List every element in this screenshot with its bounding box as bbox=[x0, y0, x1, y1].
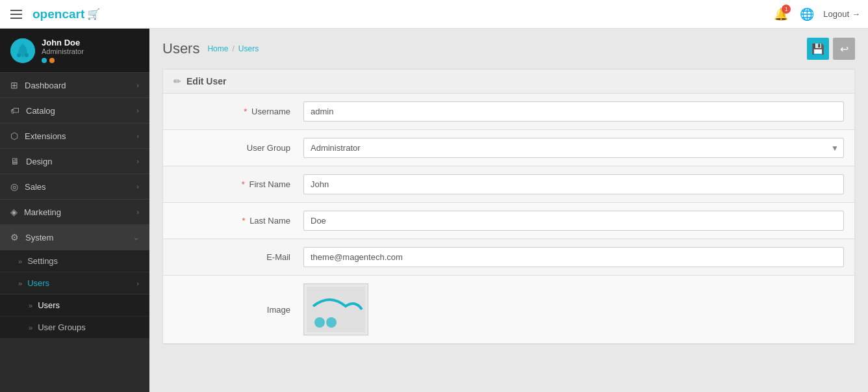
chevron-icon: › bbox=[136, 157, 139, 165]
chevron-icon: › bbox=[136, 183, 139, 190]
language-button[interactable]: 🌐 bbox=[797, 5, 817, 24]
sidebar-item-label: Catalog bbox=[26, 106, 55, 116]
logout-icon: → bbox=[852, 9, 860, 19]
sidebar-item-user-groups[interactable]: » User Groups bbox=[0, 317, 149, 339]
sidebar-item-extensions[interactable]: ⬡ Extensions › bbox=[0, 124, 149, 149]
sidebar-item-dashboard[interactable]: ⊞ Dashboard › bbox=[0, 73, 149, 98]
sidebar-item-label: Design bbox=[26, 157, 52, 166]
chevron-icon: › bbox=[136, 208, 139, 216]
sidebar-item-sales[interactable]: ◎ Sales › bbox=[0, 174, 149, 200]
back-icon: ↩ bbox=[840, 43, 849, 55]
breadcrumb: Home / Users bbox=[207, 44, 259, 53]
sidebar-item-design[interactable]: 🖥 Design › bbox=[0, 149, 149, 174]
nav-item-left: ⊞ Dashboard bbox=[10, 80, 66, 90]
required-star: * bbox=[242, 216, 245, 226]
usergroup-row: User Group Administrator ▼ bbox=[163, 130, 854, 166]
hamburger-icon bbox=[10, 10, 22, 19]
sidebar-item-label: Settings bbox=[27, 256, 58, 266]
main-layout: John Doe Administrator ⊞ Dashboard › 🏷 C… bbox=[0, 29, 868, 392]
pencil-icon: ✏ bbox=[173, 76, 181, 86]
sidebar-item-label: Sales bbox=[25, 182, 46, 192]
dot-1 bbox=[42, 58, 47, 63]
usergroup-select[interactable]: Administrator bbox=[303, 138, 844, 158]
username-input[interactable] bbox=[303, 101, 844, 122]
arrow-icon: » bbox=[29, 302, 32, 309]
email-input[interactable] bbox=[303, 247, 844, 267]
users-submenu: » Users » User Groups bbox=[0, 294, 149, 339]
chevron-down-icon: ⌄ bbox=[133, 233, 139, 242]
extensions-icon: ⬡ bbox=[10, 131, 18, 141]
content-header: Users Home / Users 💾 ↩ bbox=[149, 29, 868, 69]
avatar bbox=[10, 38, 35, 63]
back-button[interactable]: ↩ bbox=[833, 38, 855, 60]
chevron-icon: › bbox=[136, 132, 139, 140]
firstname-row: * First Name bbox=[163, 166, 854, 203]
username-row: * Username bbox=[163, 94, 854, 130]
svg-point-5 bbox=[326, 317, 337, 328]
nav-item-left: ◎ Sales bbox=[10, 181, 46, 192]
system-submenu: » Settings » Users › » Users » User Grou… bbox=[0, 250, 149, 339]
required-star: * bbox=[242, 179, 245, 189]
sidebar-item-label: Marketing bbox=[24, 207, 61, 217]
sidebar-item-settings[interactable]: » Settings bbox=[0, 250, 149, 272]
hamburger-button[interactable] bbox=[8, 7, 25, 21]
nav-item-left: ⬡ Extensions bbox=[10, 131, 66, 141]
arrow-icon: » bbox=[29, 324, 32, 332]
breadcrumb-home[interactable]: Home bbox=[207, 44, 228, 53]
navbar: opencart 🛒 🔔 1 🌐 Logout → bbox=[0, 0, 868, 29]
save-button[interactable]: 💾 bbox=[807, 38, 829, 60]
lastname-row: * Last Name bbox=[163, 203, 854, 239]
sidebar-item-label: User Groups bbox=[38, 322, 86, 332]
logout-label: Logout bbox=[823, 9, 849, 19]
lastname-input[interactable] bbox=[303, 211, 844, 231]
chevron-icon: › bbox=[136, 81, 139, 89]
sidebar-item-label: System bbox=[25, 233, 53, 242]
email-label: E-Mail bbox=[173, 252, 303, 262]
image-row: Image bbox=[163, 276, 854, 344]
svg-point-1 bbox=[17, 53, 21, 57]
sidebar-item-label: Users bbox=[27, 278, 49, 288]
firstname-label: * First Name bbox=[173, 179, 303, 189]
globe-icon: 🌐 bbox=[800, 8, 814, 21]
sidebar-profile: John Doe Administrator bbox=[0, 29, 149, 73]
usergroup-select-wrapper: Administrator ▼ bbox=[303, 138, 844, 158]
nav-item-left: 🏷 Catalog bbox=[10, 105, 55, 116]
nav-item-left: ◈ Marketing bbox=[10, 207, 61, 217]
notification-button[interactable]: 🔔 1 bbox=[771, 5, 791, 24]
sidebar-item-users-sub[interactable]: » Users bbox=[0, 294, 149, 317]
sidebar-item-users[interactable]: » Users › bbox=[0, 272, 149, 294]
sidebar-item-catalog[interactable]: 🏷 Catalog › bbox=[0, 98, 149, 124]
image-label: Image bbox=[173, 305, 303, 315]
arrow-icon: » bbox=[18, 280, 22, 287]
usergroup-label: User Group bbox=[173, 143, 303, 153]
image-preview[interactable] bbox=[303, 283, 368, 335]
navbar-right: 🔔 1 🌐 Logout → bbox=[771, 5, 860, 24]
profile-info: John Doe Administrator bbox=[42, 38, 139, 63]
sidebar-item-marketing[interactable]: ◈ Marketing › bbox=[0, 200, 149, 225]
chevron-icon: › bbox=[136, 107, 139, 114]
sidebar-item-label: Extensions bbox=[25, 131, 66, 141]
marketing-icon: ◈ bbox=[10, 207, 18, 217]
edit-user-form: ✏ Edit User * Username User Group Admini… bbox=[162, 69, 855, 345]
form-header: ✏ Edit User bbox=[163, 70, 854, 94]
save-icon: 💾 bbox=[811, 43, 824, 55]
firstname-input[interactable] bbox=[303, 174, 844, 194]
arrow-icon: » bbox=[18, 257, 22, 265]
svg-point-2 bbox=[25, 53, 29, 57]
profile-dots bbox=[42, 58, 139, 63]
chevron-icon: › bbox=[136, 280, 139, 287]
logo-text: opencart bbox=[32, 7, 84, 21]
logout-button[interactable]: Logout → bbox=[823, 9, 860, 19]
sidebar-item-label: Dashboard bbox=[25, 81, 66, 90]
sidebar: John Doe Administrator ⊞ Dashboard › 🏷 C… bbox=[0, 29, 149, 392]
page-title: Users bbox=[162, 40, 199, 57]
breadcrumb-current[interactable]: Users bbox=[238, 44, 259, 53]
sidebar-item-label: Users bbox=[38, 300, 60, 310]
catalog-icon: 🏷 bbox=[10, 105, 19, 116]
notification-badge: 1 bbox=[782, 5, 791, 14]
nav-item-left: ⚙ System bbox=[10, 232, 53, 242]
sidebar-item-system[interactable]: ⚙ System ⌄ bbox=[0, 225, 149, 250]
dot-2 bbox=[49, 58, 55, 63]
system-icon: ⚙ bbox=[10, 232, 19, 242]
logo: opencart 🛒 bbox=[32, 7, 100, 21]
